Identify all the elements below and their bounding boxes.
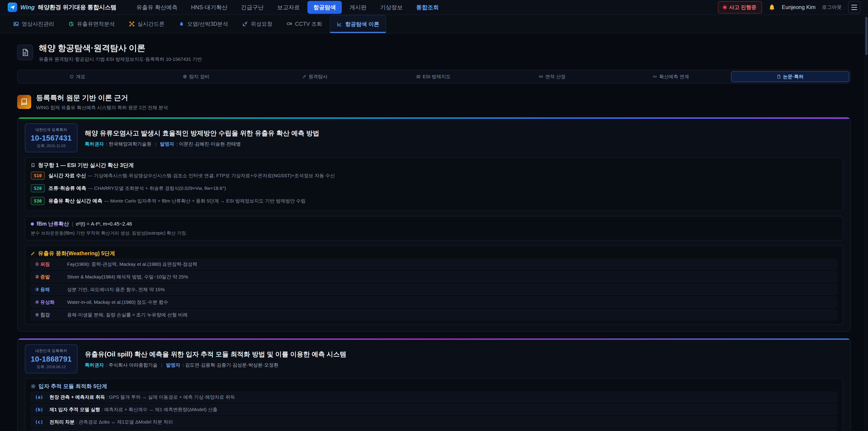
link-icon (653, 74, 657, 79)
drone-icon (129, 21, 135, 27)
top-right-controls: 사고 진행중 Eunjeong Kim 로그아웃 (718, 1, 860, 13)
nav-item-aerial-search[interactable]: 항공탐색 (307, 1, 342, 14)
patent-number: 10-1868791 (31, 355, 72, 363)
module-step-c: (c) 전처리 차분: 관측경로 Δobs ↔ 제1모델 ΔModel 차분 처… (31, 417, 837, 427)
tab-area-calculation[interactable]: 면적 산정 (494, 71, 611, 82)
weathering-panel: 유출유 풍화(Weathering) 5단계 ① 퍼짐 Fay(1969): 중… (25, 245, 843, 325)
nav-item-board[interactable]: 게시판 (344, 1, 372, 14)
patent-reg-date: 등록: 2018.06.12 (31, 364, 72, 370)
main-nav: 유출유 확산예측 HNS·대기확산 긴급구난 보고자료 항공탐색 게시판 기상정… (130, 1, 445, 14)
nav-item-integrated-search[interactable]: 통합조회 (410, 1, 445, 14)
claim-step-s30: S30 유출유 확산 실시간 예측— Monte Carlo 입자추적 + fB… (31, 195, 837, 207)
subtab-label: 영상사진관리 (22, 20, 54, 28)
brand-logo-text: Wing (20, 4, 35, 11)
module-step-d: (d) 제2 입자 추적 모델 수립: ΔModel 기반 제2모델 → ΔRe… (31, 429, 837, 431)
app-logo-icon (8, 2, 17, 12)
patent-header: 대한민국 등록특허 10-1868791 등록: 2018.06.12 유출유(… (25, 344, 843, 373)
theory-tab-bar: 개요 탐지 장비 원격탐사 ESI 방제지도 면적 산정 확산예측 연계 논문·… (17, 70, 851, 84)
fbm-panel: fBm 난류확산 | σ²(t) = A·tᵐ, m≈0.45~2.46 분수 … (25, 216, 843, 241)
patent-card-1567431: 대한민국 등록특허 10-1567431 등록: 2015.11.03 해양 유… (17, 117, 851, 332)
map-icon (416, 74, 421, 79)
claim-step-s20: S20 조류·취송류 예측— CHARRY모델 조화분석 + 취송류 경험식(0… (31, 182, 837, 194)
tab-remote-sensing[interactable]: 원격탐사 (256, 71, 373, 82)
subtab-pollution-ship-3d[interactable]: 오염/선박3D분석 (172, 15, 235, 33)
claim-step-s10: S10 실시간 자료 수신— 기상예측시스템·위성영상수신시스템·검조소 인터넷… (31, 170, 837, 182)
area-analysis-icon (68, 21, 74, 27)
nav-item-reports[interactable]: 보고자료 (271, 1, 306, 14)
image-icon (13, 21, 19, 27)
theory-chart-icon (337, 21, 342, 27)
hamburger-menu-button[interactable] (848, 1, 860, 13)
main-content: 해양 항공탐색·원격탐사 이론 유출유 원격탐지·항공감시 기법·ESI 방제정… (0, 42, 868, 431)
pencil-icon (31, 251, 35, 256)
subtab-satellite-request[interactable]: 위성요청 (236, 15, 279, 33)
nav-item-hns-air-diffusion[interactable]: HNS·대기확산 (185, 1, 233, 14)
subtab-realtime-drone[interactable]: 실시간드론 (123, 15, 171, 33)
page-title: 해양 항공탐색·원격탐사 이론 (39, 42, 202, 54)
brand: Wing 해양환경 위기대응 통합시스템 (8, 2, 116, 12)
incident-dot-icon (723, 6, 726, 9)
weathering-row-emulsification: ④ 유상화 Water-in-oil, Mackay et al.(1980) … (31, 297, 837, 308)
info-icon (70, 74, 74, 79)
user-name: Eunjeong Kim (782, 4, 815, 10)
cctv-camera-icon (286, 21, 292, 27)
tab-overview[interactable]: 개요 (19, 71, 136, 82)
sub-nav: 영상사진관리 유출유면적분석 실시간드론 오염/선박3D분석 위성요청 CCTV… (0, 15, 868, 33)
section-subtitle: WING 탑재 유출유 확산예측 시스템의 특허 원문 2건 전체 분석 (36, 104, 168, 111)
droplet-icon (179, 21, 184, 27)
patent-card-1868791: 대한민국 등록특허 10-1868791 등록: 2018.06.12 유출유(… (17, 338, 851, 431)
claims-panel: 청구항 1 — ESI 기반 실시간 확산 3단계 S10 실시간 자료 수신—… (25, 157, 843, 211)
subtab-cctv-view[interactable]: CCTV 조회 (280, 15, 329, 33)
bookmark-icon (31, 163, 35, 167)
patent-title: 해양 유류오염사고 발생시 효율적인 방제방안 수립을 위한 유출유 확산 예측… (85, 129, 319, 138)
weathering-header: 유출유 풍화(Weathering) 5단계 (31, 250, 837, 257)
module-header: 입자 추적 모듈 최적화 5단계 (31, 382, 837, 390)
patent-number-badge: 대한민국 등록특허 10-1567431 등록: 2015.11.03 (25, 123, 78, 152)
incident-status-label: 사고 진행중 (729, 4, 756, 11)
page-subtitle: 유출유 원격탐지·항공감시 기법·ESI 방제정보지도·등록특허 10-1567… (39, 56, 202, 62)
weathering-row-sedimentation: ⑤ 침강 용해·미생물 분해, 질량 손실률 ≈ 초기 누유량에 선형 비례 (31, 309, 837, 320)
module-step-b: (b) 제1 입자 추적 모델 실행: 예측자료 + 확산계수 → 제1 예측변… (31, 404, 837, 415)
fbm-formula: σ²(t) = A·tᵐ, m≈0.45~2.46 (76, 221, 132, 227)
document-icon (777, 74, 781, 79)
logout-button[interactable]: 로그아웃 (822, 4, 842, 11)
subtab-label: 위성요청 (251, 20, 272, 28)
patent-meta: 특허권자 : 주식회사 아라종합기술 | 발명자 : 김도연·김용혁·김종기·김… (85, 362, 346, 368)
incident-status-badge[interactable]: 사고 진행중 (718, 1, 762, 13)
scrollbar-thumb[interactable] (865, 17, 868, 55)
patent-number-badge: 대한민국 등록특허 10-1868791 등록: 2018.06.12 (25, 344, 78, 373)
tab-diffusion-link[interactable]: 확산예측 연계 (612, 71, 730, 82)
satellite-icon (302, 74, 306, 79)
page-header: 해양 항공탐색·원격탐사 이론 유출유 원격탐지·항공감시 기법·ESI 방제정… (17, 42, 851, 62)
subtab-label: 실시간드론 (137, 20, 164, 28)
book-icon (17, 95, 31, 109)
module-step-a: (a) 현장 관측 + 예측자료 취득: GPS 뜰개 투하 → 실제 이동경로… (31, 392, 837, 402)
patent-header: 대한민국 등록특허 10-1567431 등록: 2015.11.03 해양 유… (25, 123, 843, 152)
radar-icon (183, 74, 187, 79)
section-header: 등록특허 원문 기반 이론 근거 WING 탑재 유출유 확산예측 시스템의 특… (17, 93, 851, 111)
weathering-row-spreading: ① 퍼짐 Fay(1969): 중력-관성력, Mackay et al.(19… (31, 259, 837, 270)
ruler-icon (539, 74, 543, 79)
gear-icon (31, 384, 36, 389)
satellite-icon (242, 21, 248, 27)
subtab-label: CCTV 조회 (295, 20, 322, 28)
tab-papers-patents[interactable]: 논문·특허 (731, 71, 849, 82)
weathering-row-evaporation: ② 증발 Stiver & Mackay(1984) 해석적 방법, 수일~10… (31, 271, 837, 282)
patent-meta: 특허권자 : 한국해양과학기술원 | 발명자 : 이문진·김혜진·이승현·전태병 (85, 141, 319, 147)
subtab-label: 유출유면적분석 (77, 20, 115, 28)
nav-item-emergency-rescue[interactable]: 긴급구난 (235, 1, 270, 14)
top-bar: Wing 해양환경 위기대응 통합시스템 유출유 확산예측 HNS·대기확산 긴… (0, 0, 868, 15)
subtab-video-photo-management[interactable]: 영상사진관리 (7, 15, 61, 33)
subtab-aerial-search-theory[interactable]: 항공탐색 이론 (330, 15, 386, 33)
nav-item-weather-info[interactable]: 기상정보 (374, 1, 408, 14)
tab-detection-equipment[interactable]: 탐지 장비 (137, 71, 255, 82)
patent-title: 유출유(Oil spill) 확산 예측을 위한 입자 추적 모듈 최적화 방법… (85, 350, 346, 359)
nav-item-oil-spill-prediction[interactable]: 유출유 확산예측 (130, 1, 183, 14)
app-title: 해양환경 위기대응 통합시스템 (38, 3, 116, 11)
notification-bell-icon[interactable] (768, 4, 776, 11)
weathering-row-dissolution: ③ 용해 성분 기반, 파도에너지·용존 함수, 전체 약 15% (31, 284, 837, 295)
page-scrollbar[interactable] (864, 16, 868, 431)
tab-esi-map[interactable]: ESI 방제지도 (375, 71, 492, 82)
fbm-description: 분수 브라운운동(fBm) 기반 무작위 확산거리 생성. 등방성(isotro… (31, 230, 837, 236)
subtab-oil-area-analysis[interactable]: 유출유면적분석 (62, 15, 121, 33)
